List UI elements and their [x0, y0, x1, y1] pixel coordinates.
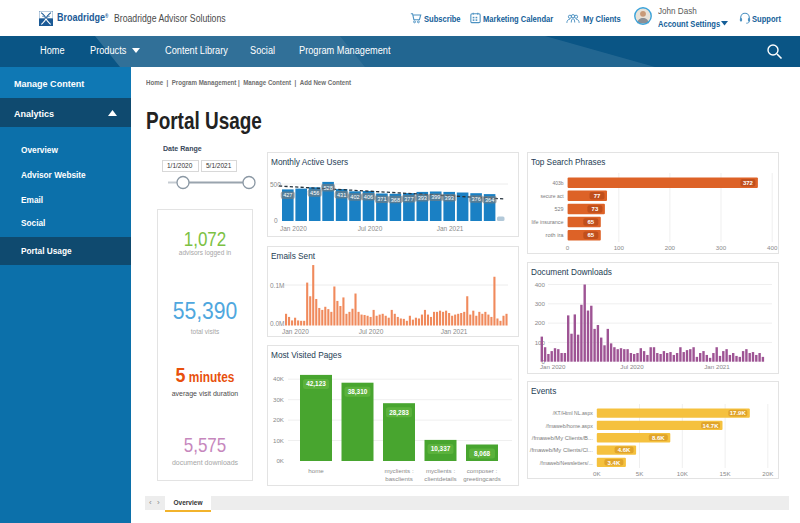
svg-text:Jul 2020: Jul 2020: [620, 363, 644, 370]
svg-text:300: 300: [716, 244, 727, 251]
svg-text:14.7K: 14.7K: [702, 423, 719, 429]
svg-text:20K: 20K: [273, 416, 285, 423]
svg-text:529: 529: [555, 206, 564, 212]
svg-text:Jul 2020: Jul 2020: [359, 328, 384, 335]
svg-text:0: 0: [566, 244, 570, 251]
svg-text:393: 393: [418, 195, 427, 201]
svg-text:Jan 2020: Jan 2020: [282, 328, 309, 335]
svg-text:0.0M: 0.0M: [270, 320, 284, 327]
svg-text:0K: 0K: [593, 470, 601, 477]
svg-text:Jan 2020: Jan 2020: [280, 225, 307, 232]
svg-text:10K: 10K: [677, 470, 689, 477]
svg-text:28,283: 28,283: [389, 409, 409, 417]
svg-text:clientdetails: clientdetails: [424, 475, 456, 482]
svg-text:/fmaweb/Newsletters/...: /fmaweb/Newsletters/...: [540, 460, 593, 466]
svg-text:4.6K: 4.6K: [618, 447, 631, 453]
svg-text:73: 73: [592, 206, 599, 212]
svg-text:402: 402: [350, 194, 359, 200]
svg-text:8.6K: 8.6K: [652, 435, 665, 441]
svg-text:368: 368: [391, 197, 400, 203]
svg-text:myclients :: myclients :: [426, 467, 456, 474]
svg-text:Jan 2020: Jan 2020: [540, 363, 566, 370]
svg-text:42,123: 42,123: [306, 380, 326, 388]
svg-text:30K: 30K: [273, 396, 285, 403]
svg-text:17.9K: 17.9K: [730, 410, 747, 416]
svg-text:393: 393: [445, 195, 454, 201]
svg-text:200: 200: [535, 319, 546, 326]
svg-text:myclients :: myclients :: [384, 467, 414, 474]
svg-text:home: home: [308, 467, 324, 474]
svg-text:10,337: 10,337: [431, 445, 451, 453]
svg-text:basclients: basclients: [385, 475, 413, 482]
svg-text:roth ira: roth ira: [546, 232, 565, 238]
svg-text:403b: 403b: [553, 180, 564, 186]
svg-text:3.4K: 3.4K: [608, 460, 621, 466]
svg-text:/fmaweb/My Clients/Cl...: /fmaweb/My Clients/Cl...: [530, 447, 593, 453]
svg-text:10K: 10K: [273, 437, 285, 444]
svg-text:/fmaweb/My Clients/B...: /fmaweb/My Clients/B...: [532, 435, 593, 441]
svg-text:500: 500: [270, 181, 281, 188]
svg-text:15K: 15K: [720, 470, 732, 477]
svg-text:400: 400: [767, 244, 778, 251]
svg-text:secure act: secure act: [541, 193, 564, 199]
svg-text:0: 0: [274, 217, 278, 224]
svg-text:100: 100: [614, 244, 625, 251]
svg-text:20K: 20K: [762, 470, 774, 477]
svg-text:200: 200: [665, 244, 676, 251]
svg-text:Jan 2021: Jan 2021: [441, 328, 468, 335]
svg-text:364: 364: [485, 197, 494, 203]
svg-text:400: 400: [535, 281, 546, 288]
svg-text:427: 427: [283, 192, 292, 198]
svg-text:376: 376: [471, 196, 480, 202]
svg-text:composer :: composer :: [467, 467, 498, 474]
svg-text:431: 431: [337, 192, 346, 198]
svg-text:0K: 0K: [276, 457, 284, 464]
svg-text:65: 65: [587, 232, 594, 238]
svg-text:456: 456: [310, 190, 319, 196]
svg-text:40K: 40K: [273, 375, 285, 382]
svg-text:greetingcards: greetingcards: [463, 475, 501, 482]
svg-text:8,068: 8,068: [474, 450, 490, 458]
svg-text:65: 65: [587, 219, 594, 225]
svg-text:371: 371: [377, 196, 386, 202]
svg-text:300: 300: [535, 300, 546, 307]
svg-text:/KT/Html NL.aspx: /KT/Html NL.aspx: [553, 410, 593, 416]
svg-text:372: 372: [743, 180, 754, 186]
svg-text:100: 100: [535, 339, 546, 346]
svg-text:528: 528: [323, 185, 332, 191]
svg-text:Jul 2020: Jul 2020: [358, 225, 383, 232]
svg-text:Jan 2021: Jan 2021: [704, 363, 730, 370]
svg-text:life insurance: life insurance: [532, 219, 564, 225]
svg-text:406: 406: [364, 194, 373, 200]
svg-text:0.1M: 0.1M: [270, 282, 284, 289]
svg-text:377: 377: [404, 196, 413, 202]
svg-text:38,310: 38,310: [348, 388, 368, 396]
svg-text:Jan 2021: Jan 2021: [437, 225, 464, 232]
svg-text:399: 399: [431, 194, 440, 200]
svg-text:77: 77: [594, 193, 601, 199]
svg-text:/fmaweb/home.aspx: /fmaweb/home.aspx: [546, 423, 593, 429]
svg-text:5K: 5K: [636, 470, 644, 477]
